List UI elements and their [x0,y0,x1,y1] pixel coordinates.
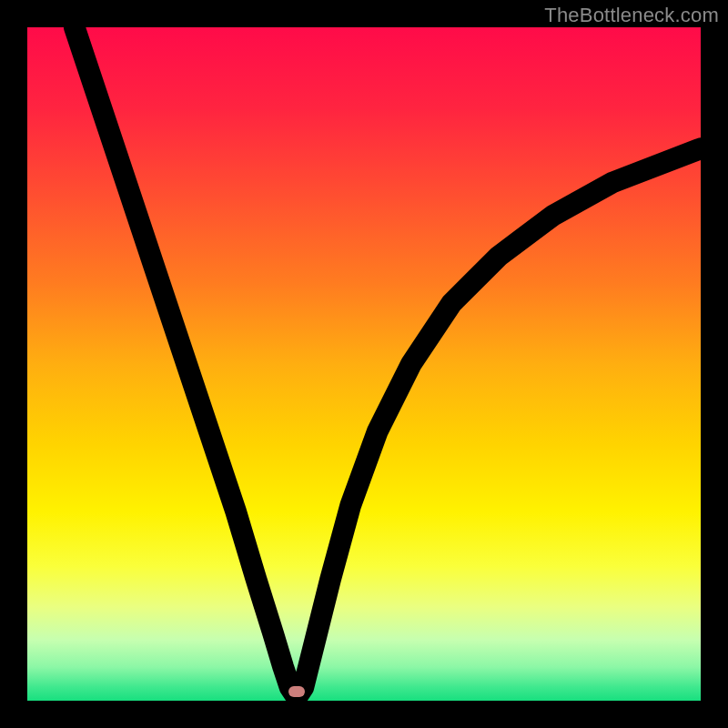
plot-area [27,27,701,701]
optimum-marker [288,686,305,697]
bottleneck-curve [27,27,701,701]
watermark: TheBottleneck.com [544,4,719,27]
chart-container: TheBottleneck.com [0,0,728,728]
